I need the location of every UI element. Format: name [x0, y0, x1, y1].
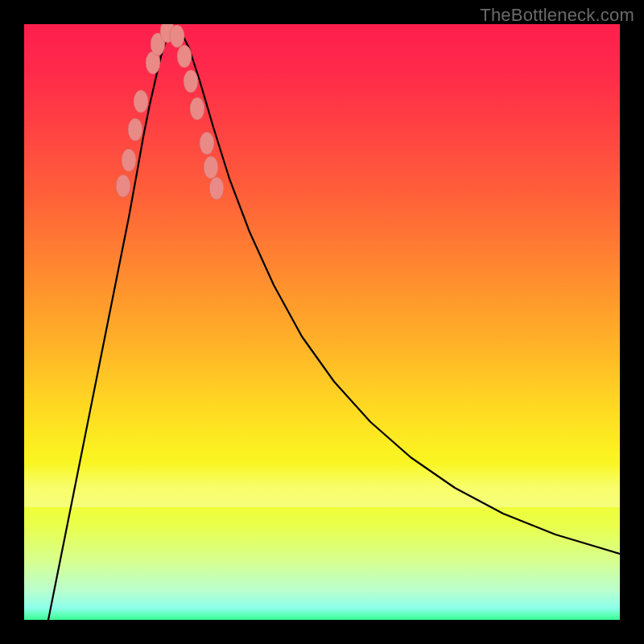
bead [116, 175, 130, 197]
bead [184, 70, 198, 93]
bead-cluster [116, 24, 224, 200]
bead [122, 149, 136, 171]
bead [190, 97, 204, 120]
plot-area [24, 24, 620, 620]
bead [209, 177, 224, 200]
bead [134, 90, 148, 113]
chart-frame: TheBottleneck.com [0, 0, 644, 644]
curve-layer [24, 24, 620, 620]
bead [204, 156, 218, 179]
bottleneck-curve [48, 27, 620, 620]
watermark-text: TheBottleneck.com [480, 5, 634, 26]
bead [128, 118, 142, 141]
bead [170, 25, 184, 47]
bead [177, 45, 192, 68]
bead [200, 132, 214, 155]
